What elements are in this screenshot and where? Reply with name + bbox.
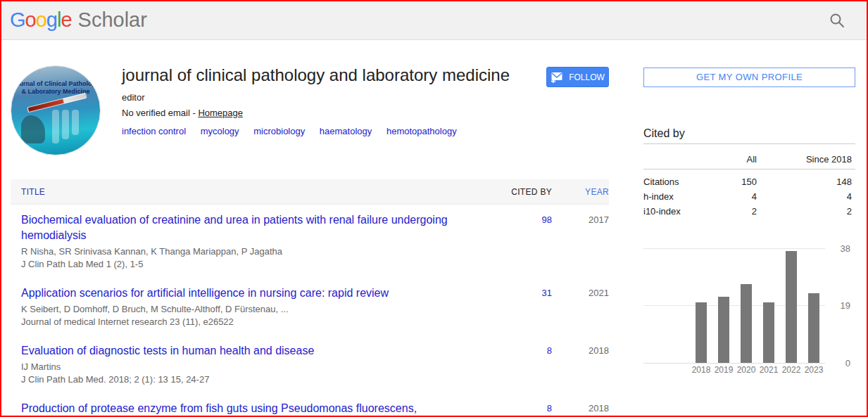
- publication-row: Application scenarios for artificial int…: [11, 278, 609, 335]
- stats-row-h-index: h-index 4 4: [643, 189, 855, 204]
- profile-email-line: No verified email - Homepage: [122, 108, 544, 118]
- profile-avatar[interactable]: Journal of Clinical Pathology & Laborato…: [11, 65, 101, 155]
- cited-by-count-link[interactable]: 31: [482, 286, 552, 301]
- publication-title-link[interactable]: Evaluation of diagnostic tests in human …: [21, 343, 467, 359]
- avatar-journal-title: Journal of Clinical Pathology & Laborato…: [11, 80, 100, 96]
- profile-interests: infection control mycology microbiology …: [122, 126, 544, 136]
- publication-row: Biochemical evaluation of creatinine and…: [11, 205, 609, 278]
- sort-by-year-header[interactable]: YEAR: [552, 187, 609, 197]
- top-bar: GoogleScholar: [0, 0, 868, 40]
- homepage-link[interactable]: Homepage: [198, 108, 243, 118]
- citation-stats-table: All Since 2018 Citations 150 148 h-index…: [643, 151, 855, 219]
- publication-authors: IJ Martins: [21, 361, 467, 373]
- cited-by-count-link[interactable]: 98: [482, 212, 552, 228]
- logo-letter: g: [46, 8, 57, 31]
- citations-chart: 201820192020202120222023 38 19 0: [643, 243, 855, 377]
- cited-by-count-link[interactable]: 8: [482, 401, 552, 416]
- logo-letter: e: [61, 8, 71, 31]
- search-icon[interactable]: [829, 13, 845, 28]
- publications-table: TITLE CITED BY YEAR Biochemical evaluati…: [11, 179, 609, 417]
- follow-button[interactable]: FOLLOW: [546, 67, 609, 87]
- chart-year-label: 2022: [780, 365, 803, 375]
- cited-by-count-link[interactable]: 8: [482, 343, 552, 359]
- get-my-own-profile-button[interactable]: GET MY OWN PROFILE: [643, 68, 855, 87]
- y-axis-tick: 0: [834, 363, 850, 373]
- chart-bar-2019[interactable]: [718, 297, 729, 363]
- publication-year: 2021: [552, 286, 609, 301]
- publication-authors: K Seibert, D Domhoff, D Bruch, M Schulte…: [21, 303, 467, 316]
- interest-link-haematology[interactable]: haematology: [320, 126, 372, 136]
- sort-by-title-header[interactable]: TITLE: [21, 187, 482, 197]
- follow-button-label: FOLLOW: [569, 72, 605, 82]
- chart-bar-2023[interactable]: [808, 293, 819, 363]
- publication-row: Evaluation of diagnostic tests in human …: [11, 335, 609, 393]
- stats-col-since: Since 2018: [757, 151, 852, 169]
- avatar-testtube-shape: [62, 110, 69, 139]
- gridline: [643, 305, 825, 306]
- google-scholar-logo[interactable]: GoogleScholar: [10, 8, 147, 32]
- interest-link-mycology[interactable]: mycology: [201, 126, 239, 136]
- publication-row: Production of protease enzyme from fish …: [11, 393, 609, 417]
- logo-letter: G: [10, 8, 25, 31]
- logo-product-name: Scholar: [78, 8, 147, 31]
- publication-title-link[interactable]: Biochemical evaluation of creatinine and…: [21, 212, 467, 243]
- stats-row-i10-index: i10-index 2 2: [643, 204, 855, 219]
- profile-name: journal of clinical pathology and labora…: [122, 65, 544, 85]
- chart-bar-2018[interactable]: [696, 302, 707, 363]
- interest-link-hemotopathology[interactable]: hemotopathology: [386, 126, 457, 136]
- chart-year-label: 2019: [712, 365, 735, 375]
- publications-header-row: TITLE CITED BY YEAR: [11, 179, 609, 205]
- stats-header-row: All Since 2018: [643, 151, 855, 169]
- divider: [643, 143, 855, 144]
- publication-title-link[interactable]: Production of protease enzyme from fish …: [21, 401, 467, 417]
- citations-chart-plot: 201820192020202120222023: [643, 248, 825, 363]
- y-axis-tick: 19: [834, 305, 850, 316]
- chart-year-label: 2018: [690, 365, 712, 375]
- mail-plus-icon: [551, 72, 564, 83]
- interest-link-infection-control[interactable]: infection control: [122, 126, 186, 136]
- avatar-testtube-shape: [72, 110, 79, 135]
- publication-title-link[interactable]: Application scenarios for artificial int…: [21, 286, 467, 301]
- interest-link-microbiology[interactable]: microbiology: [253, 126, 305, 136]
- publication-authors: R Nisha, SR Srinivasa Kannan, K Thanga M…: [21, 245, 467, 258]
- publication-venue: J Clin Path Lab Med. 2018; 2 (1): 13 15,…: [21, 373, 467, 386]
- logo-letter: o: [25, 8, 36, 31]
- cited-by-heading[interactable]: Cited by: [643, 127, 685, 140]
- publication-venue: J Clin Path Lab Med 1 (2), 1-5: [21, 258, 467, 271]
- avatar-microscope-shape: [21, 115, 45, 143]
- gridline: [643, 248, 825, 249]
- chart-bar-2022[interactable]: [786, 251, 797, 363]
- chart-bar-2021[interactable]: [763, 302, 774, 363]
- publication-venue: Journal of medical Internet research 23 …: [21, 316, 467, 328]
- publication-year: 2018: [552, 401, 609, 416]
- stats-col-all: All: [707, 151, 757, 169]
- profile-role: editor: [122, 92, 544, 103]
- publication-year: 2017: [552, 212, 609, 228]
- chart-year-label: 2021: [757, 365, 780, 375]
- chart-year-label: 2020: [735, 365, 757, 375]
- chart-bar-2020[interactable]: [741, 284, 752, 363]
- publication-year: 2018: [552, 343, 609, 359]
- y-axis-tick: 38: [834, 248, 850, 259]
- stats-row-citations: Citations 150 148: [643, 174, 855, 189]
- gridline: [643, 363, 825, 364]
- avatar-testtube-shape: [52, 110, 59, 143]
- logo-letter: o: [36, 8, 46, 31]
- chart-year-label: 2023: [803, 365, 825, 375]
- sort-by-cited-header[interactable]: CITED BY: [482, 187, 552, 197]
